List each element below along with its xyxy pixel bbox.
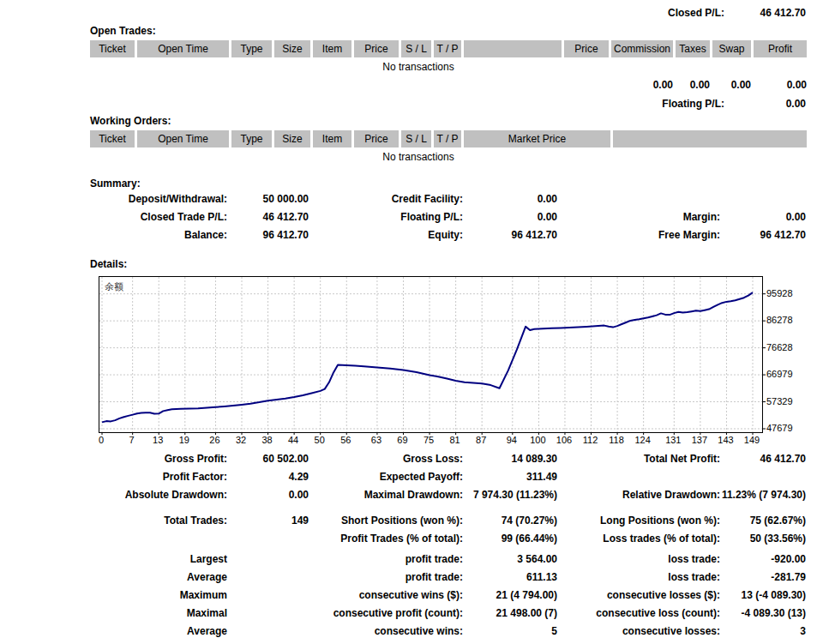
stats-value: 50 (33.56%) [720, 530, 806, 548]
summary-value [720, 190, 806, 208]
summary-row: Balance:96 412.70Equity:96 412.70Free Ma… [90, 226, 806, 244]
summary-value: 0.00 [720, 208, 806, 226]
chart-y-axis-label: 95928 [766, 288, 793, 298]
floating-pl-value: 0.00 [786, 98, 806, 110]
open-trades-title: Open Trades: [90, 25, 156, 37]
stats-label: Average [90, 623, 227, 641]
stats-row: Gross Profit:60 502.00Gross Loss:14 089.… [90, 450, 806, 468]
header-cell-price: Price [564, 40, 609, 57]
stats-value [227, 551, 309, 569]
stats-label: consecutive wins ($): [309, 587, 463, 605]
chart-x-axis-label: 106 [556, 435, 572, 445]
header-cell-s-l: S / L [401, 40, 431, 57]
header-cell-size: Size [274, 130, 310, 147]
chart-balance-legend: 余额 [105, 280, 123, 293]
stats-row: Total Trades:149Short Positions (won %):… [90, 512, 806, 530]
stats-value: 0.00 [227, 486, 309, 504]
stats-label: Total Net Profit: [557, 450, 720, 468]
open-trades-totals-row: 0.000.000.000.00 [90, 79, 807, 91]
stats-label: Maximal Drawdown: [309, 486, 463, 504]
totals-value: 0.00 [754, 79, 807, 91]
chart-x-axis-label: 56 [340, 435, 351, 445]
summary-label: Equity: [309, 226, 463, 244]
header-cell-item: Item [313, 130, 351, 147]
summary-rows: Deposit/Withdrawal:50 000.00Credit Facil… [90, 190, 806, 244]
chart-y-axis-label: 57329 [766, 396, 793, 406]
chart-x-axis-label: 87 [476, 435, 486, 445]
chart-x-axis-label: 38 [261, 435, 272, 445]
header-cell-price: Price [354, 130, 399, 147]
stats-value [720, 468, 806, 486]
summary-label: Deposit/Withdrawal: [90, 190, 227, 208]
stats-label: consecutive profit (count): [309, 605, 463, 623]
mt4-statement: Closed P/L: 46 412.70 Open Trades: Ticke… [0, 0, 829, 644]
stats-label [90, 530, 227, 548]
chart-x-axis-label: 94 [507, 435, 517, 445]
stats-value: 13 (-4 089.30) [720, 587, 806, 605]
closed-pl-label: Closed P/L: [668, 7, 724, 19]
header-cell-price: Price [354, 40, 399, 57]
stats-label: Gross Loss: [309, 450, 463, 468]
chart-x-axis-label: 75 [424, 435, 434, 445]
stats-value: -920.00 [720, 551, 806, 569]
stats-row: Averageprofit trade:611.13loss trade:-28… [90, 569, 806, 587]
stats-row: Profit Trades (% of total):99 (66.44%)Lo… [90, 530, 806, 548]
totals-spacer [464, 79, 562, 91]
details-title: Details: [90, 258, 127, 270]
stats-label: consecutive losses ($): [557, 587, 720, 605]
stats-label: profit trade: [309, 551, 463, 569]
stats-value: 99 (66.44%) [463, 530, 557, 548]
stats-value: 60 502.00 [227, 450, 309, 468]
stats-value [227, 587, 309, 605]
stats-value [227, 623, 309, 641]
chart-x-axis-label: 44 [288, 435, 298, 445]
stats-value: 21 (4 794.00) [463, 587, 557, 605]
header-cell-blank [464, 40, 562, 57]
stats-row: Absolute Drawdown:0.00Maximal Drawdown:7… [90, 486, 806, 504]
stats-value [227, 605, 309, 623]
header-cell-size: Size [274, 40, 310, 57]
stats-value: 21 498.00 (7) [463, 605, 557, 623]
header-cell-open-time: Open Time [137, 40, 229, 57]
stats-value: 74 (70.27%) [463, 512, 557, 530]
totals-spacer [90, 79, 135, 91]
totals-spacer [401, 79, 431, 91]
chart-y-axis-label: 86278 [766, 315, 793, 325]
summary-label: Credit Facility: [309, 190, 463, 208]
stats-label: loss trade: [557, 569, 720, 587]
header-cell-ticket: Ticket [90, 130, 135, 147]
summary-value: 50 000.00 [227, 190, 309, 208]
stats-label: consecutive wins: [309, 623, 463, 641]
chart-x-axis-label: 19 [179, 435, 189, 445]
stats-label: Gross Profit: [90, 450, 227, 468]
stats-label: consecutive losses: [557, 623, 720, 641]
chart-x-axis-label: 143 [718, 435, 733, 445]
stats-label [557, 468, 720, 486]
chart-x-axis-label: 0 [99, 435, 104, 445]
stats-value [227, 530, 309, 548]
summary-row: Deposit/Withdrawal:50 000.00Credit Facil… [90, 190, 806, 208]
chart-y-axis-label: 47679 [766, 423, 793, 433]
stats-row: Maximalconsecutive profit (count):21 498… [90, 605, 806, 623]
chart-y-axis-label: 66979 [766, 369, 793, 379]
stats-label: loss trade: [557, 551, 720, 569]
header-cell-item: Item [313, 40, 351, 57]
stats-value: 11.23% (7 974.30) [720, 486, 806, 504]
chart-x-axis-label: 124 [634, 435, 650, 445]
no-transactions-open: No transactions [90, 61, 747, 73]
summary-value: 0.00 [463, 208, 557, 226]
stats-value [227, 569, 309, 587]
stats-value: 5 [463, 623, 557, 641]
open-trades-header: TicketOpen TimeTypeSizeItemPriceS / LT /… [90, 40, 807, 57]
summary-title: Summary: [90, 178, 141, 190]
header-cell-s-l: S / L [401, 130, 431, 147]
stats-label: Relative Drawdown: [557, 486, 720, 504]
stats-label: Average [90, 569, 227, 587]
stats-value: 46 412.70 [720, 450, 806, 468]
stats-row: Maximumconsecutive wins ($):21 (4 794.00… [90, 587, 806, 605]
summary-label: Margin: [557, 208, 720, 226]
stats-label: Profit Trades (% of total): [309, 530, 463, 548]
header-cell-blank [613, 130, 807, 147]
stats-value: 3 564.00 [463, 551, 557, 569]
header-cell-type: Type [231, 130, 272, 147]
